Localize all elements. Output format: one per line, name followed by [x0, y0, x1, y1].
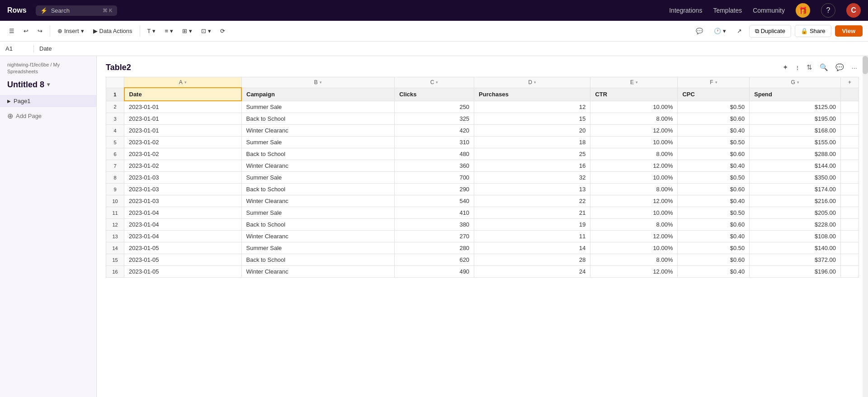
table-row[interactable]: 72023-01-02Winter Clearanc3601612.00%$0.… [106, 160, 859, 172]
table-cell[interactable]: 2023-01-04 [124, 231, 242, 242]
header-cell-cpc[interactable]: CPC [678, 88, 750, 101]
table-cell[interactable]: $0.50 [678, 207, 750, 219]
table-cell[interactable]: Winter Clearanc [241, 195, 395, 207]
table-cell[interactable]: Back to School [241, 113, 395, 125]
scrollbar-track[interactable] [863, 56, 868, 397]
col-header-C[interactable]: C ▾ [395, 77, 474, 88]
table-cell[interactable]: $0.50 [678, 137, 750, 148]
comment-table-btn[interactable]: 💬 [834, 61, 846, 73]
table-row[interactable]: 42023-01-01Winter Clearanc4202012.00%$0.… [106, 125, 859, 137]
table-cell[interactable]: $0.50 [678, 101, 750, 113]
table-cell[interactable]: 12 [474, 101, 590, 113]
table-row[interactable]: 82023-01-03Summer Sale7003210.00%$0.50$3… [106, 172, 859, 184]
table-cell[interactable]: 16 [474, 160, 590, 172]
insert-btn[interactable]: ⊕ Insert ▾ [54, 26, 88, 36]
table-row[interactable]: 122023-01-04Back to School380198.00%$0.6… [106, 219, 859, 231]
table-cell[interactable]: 2023-01-05 [124, 242, 242, 254]
table-cell[interactable]: 12.00% [590, 125, 678, 137]
table-cell[interactable]: 10.00% [590, 207, 678, 219]
table-cell[interactable]: 2023-01-01 [124, 125, 242, 137]
add-col-btn[interactable]: + [841, 77, 859, 88]
table-cell[interactable]: $0.40 [678, 231, 750, 242]
table-cell[interactable]: 2023-01-05 [124, 266, 242, 278]
templates-link[interactable]: Templates [713, 7, 742, 14]
sidebar-item-page1[interactable]: ▶ Page1 [0, 95, 96, 107]
table-cell[interactable]: $0.40 [678, 160, 750, 172]
table-cell[interactable]: 2023-01-01 [124, 101, 242, 113]
add-page-btn[interactable]: ⊕ Add Page [0, 109, 96, 123]
table-cell[interactable]: 8.00% [590, 184, 678, 195]
table-cell[interactable]: $108.00 [750, 231, 841, 242]
table-cell[interactable]: $168.00 [750, 125, 841, 137]
search-bar[interactable]: ⚡ Search ⌘ K [36, 5, 117, 16]
col-header-E[interactable]: E ▾ [590, 77, 678, 88]
table-row[interactable]: 52023-01-02Summer Sale3101810.00%$0.50$1… [106, 137, 859, 148]
table-cell[interactable]: $0.50 [678, 172, 750, 184]
table-row[interactable]: 162023-01-05Winter Clearanc4902412.00%$0… [106, 266, 859, 278]
table-cell[interactable]: 2023-01-05 [124, 254, 242, 266]
col-header-F[interactable]: F ▾ [678, 77, 750, 88]
history-btn[interactable]: 🕐 ▾ [710, 26, 730, 36]
table-row[interactable]: 132023-01-04Winter Clearanc2701112.00%$0… [106, 231, 859, 242]
header-cell-spend[interactable]: Spend [750, 88, 841, 101]
duplicate-btn[interactable]: ⧉ Duplicate [749, 25, 791, 38]
table-cell[interactable]: 12.00% [590, 160, 678, 172]
table-cell[interactable]: 12.00% [590, 231, 678, 242]
table-cell[interactable]: $0.60 [678, 148, 750, 160]
table-row[interactable]: 102023-01-03Winter Clearanc5402212.00%$0… [106, 195, 859, 207]
integrations-link[interactable]: Integrations [669, 7, 702, 14]
table-cell[interactable]: $0.60 [678, 254, 750, 266]
magic-icon-btn[interactable]: ✦ [781, 61, 790, 73]
col-header-D[interactable]: D ▾ [474, 77, 590, 88]
table-cell[interactable]: Summer Sale [241, 207, 395, 219]
table-cell[interactable]: 21 [474, 207, 590, 219]
table-cell[interactable]: $216.00 [750, 195, 841, 207]
table-cell[interactable]: Winter Clearanc [241, 266, 395, 278]
align-btn[interactable]: ≡ ▾ [161, 26, 177, 36]
col-header-B[interactable]: B ▾ [241, 77, 395, 88]
table-cell[interactable]: $288.00 [750, 148, 841, 160]
table-cell[interactable]: Winter Clearanc [241, 160, 395, 172]
table-row[interactable]: 22023-01-01Summer Sale2501210.00%$0.50$1… [106, 101, 859, 113]
table-cell[interactable]: 2023-01-02 [124, 160, 242, 172]
table-cell[interactable]: $0.60 [678, 113, 750, 125]
table-cell[interactable]: $228.00 [750, 219, 841, 231]
table-cell[interactable]: 2023-01-04 [124, 219, 242, 231]
table-row[interactable]: 92023-01-03Back to School290138.00%$0.60… [106, 184, 859, 195]
table-cell[interactable]: Summer Sale [241, 101, 395, 113]
sidebar-toggle-btn[interactable]: ☰ [5, 26, 18, 36]
table-cell[interactable]: $0.40 [678, 125, 750, 137]
table-cell[interactable]: 13 [474, 184, 590, 195]
table-cell[interactable]: 10.00% [590, 101, 678, 113]
table-cell[interactable]: $372.00 [750, 254, 841, 266]
gift-icon-btn[interactable]: 🎁 [796, 3, 810, 18]
community-link[interactable]: Community [753, 7, 785, 14]
table-cell[interactable]: $144.00 [750, 160, 841, 172]
table-cell[interactable]: 360 [395, 160, 474, 172]
table-cell[interactable]: 2023-01-03 [124, 172, 242, 184]
table-cell[interactable]: $155.00 [750, 137, 841, 148]
table-cell[interactable]: $0.50 [678, 242, 750, 254]
data-actions-btn[interactable]: ▶ Data Actions [90, 26, 136, 36]
table-cell[interactable]: 540 [395, 195, 474, 207]
table-cell[interactable]: 490 [395, 266, 474, 278]
col-header-A[interactable]: A ▾ [124, 77, 242, 88]
table-cell[interactable]: 10.00% [590, 242, 678, 254]
table-cell[interactable]: Summer Sale [241, 172, 395, 184]
table-cell[interactable]: 8.00% [590, 113, 678, 125]
table-cell[interactable]: 420 [395, 125, 474, 137]
table-cell[interactable]: $350.00 [750, 172, 841, 184]
table-cell[interactable]: Winter Clearanc [241, 125, 395, 137]
view-btn[interactable]: View [835, 25, 863, 37]
table-cell[interactable]: 15 [474, 113, 590, 125]
table-cell[interactable]: 14 [474, 242, 590, 254]
table-cell[interactable]: 24 [474, 266, 590, 278]
table-cell[interactable]: 700 [395, 172, 474, 184]
table-cell[interactable]: 410 [395, 207, 474, 219]
table-cell[interactable]: 2023-01-03 [124, 195, 242, 207]
help-icon-btn[interactable]: ? [821, 3, 835, 18]
sort-icon-btn[interactable]: ⇅ [805, 61, 814, 73]
table-cell[interactable]: 20 [474, 125, 590, 137]
table-cell[interactable]: 32 [474, 172, 590, 184]
redo-btn[interactable]: ↪ [34, 26, 46, 36]
